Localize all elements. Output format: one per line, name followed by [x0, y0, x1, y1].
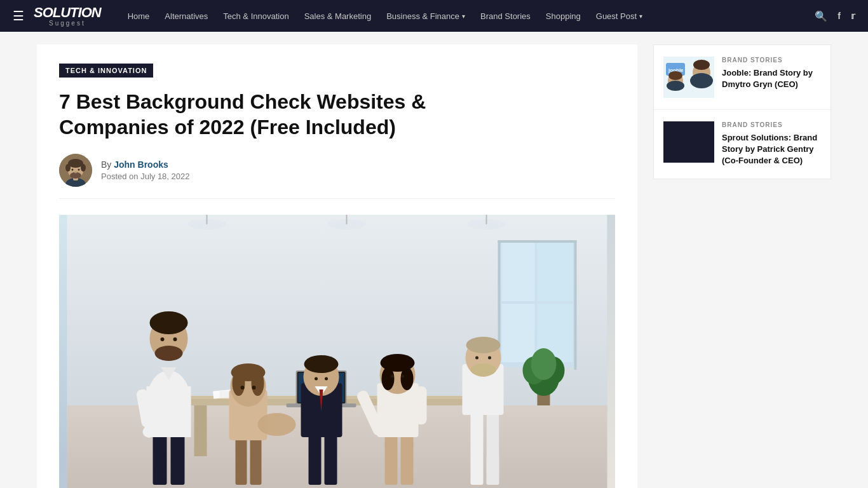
author-avatar-svg [59, 154, 92, 187]
svg-point-32 [531, 348, 557, 380]
nav-tech[interactable]: Tech & Innovation [215, 0, 296, 32]
svg-point-60 [233, 370, 245, 396]
category-badge[interactable]: TECH & INNOVATION [59, 64, 153, 78]
sidebar-category-2: BRAND STORIES [722, 121, 821, 128]
nav-sales[interactable]: Sales & Marketing [297, 0, 379, 32]
nav-alternatives[interactable]: Alternatives [157, 0, 215, 32]
svg-rect-22 [538, 243, 573, 301]
svg-point-92 [488, 356, 491, 360]
svg-point-84 [258, 413, 296, 436]
nav-home[interactable]: Home [120, 0, 158, 32]
svg-point-82 [391, 375, 394, 378]
hamburger-icon[interactable]: ☰ [13, 8, 24, 24]
svg-point-6 [81, 164, 86, 172]
svg-point-53 [173, 337, 177, 341]
svg-point-5 [65, 164, 71, 172]
nav-brand-stories[interactable]: Brand Stories [473, 0, 538, 32]
sidebar-thumb-sprout [663, 121, 714, 163]
svg-point-50 [150, 311, 188, 334]
author-info: By John Brooks Posted on July 18, 2022 [101, 159, 190, 181]
svg-point-91 [475, 356, 478, 360]
article-area: TECH & INNOVATION 7 Best Background Chec… [37, 44, 637, 488]
search-icon[interactable]: 🔍 [815, 10, 827, 22]
sidebar-item-jooble-content: BRAND STORIES Jooble: Brand Story by Dmy… [722, 57, 821, 98]
hero-image [59, 215, 615, 488]
sidebar-thumb-jooble: jooble [663, 57, 714, 98]
nav-guest-post[interactable]: Guest Post ▾ [588, 0, 650, 32]
article-title: 7 Best Background Check Websites & Compa… [59, 89, 536, 140]
svg-point-63 [252, 386, 256, 390]
svg-point-89 [466, 337, 501, 353]
svg-rect-27 [574, 240, 577, 370]
svg-rect-21 [502, 243, 535, 301]
svg-rect-34 [194, 405, 207, 456]
nav-shopping[interactable]: Shopping [538, 0, 588, 32]
hero-scene-svg [59, 215, 615, 488]
svg-point-80 [382, 367, 395, 390]
sidebar-category-1: BRAND STORIES [722, 57, 821, 64]
svg-point-95 [693, 60, 710, 70]
svg-rect-25 [498, 240, 577, 243]
main-nav: Home Alternatives Tech & Innovation Sale… [120, 0, 815, 32]
twitter-icon[interactable]: 𝕣 [851, 11, 855, 21]
svg-point-83 [401, 375, 404, 378]
svg-point-68 [304, 355, 339, 373]
svg-point-96 [690, 73, 713, 88]
sidebar-item-jooble[interactable]: jooble BRAND STORIES Jooble: Brand Story… [654, 45, 831, 110]
svg-point-90 [471, 363, 496, 376]
svg-rect-23 [502, 304, 535, 362]
author-avatar [59, 154, 92, 187]
sidebar-item-sprout[interactable]: BRAND STORIES Sprout Solutions: Brand St… [654, 110, 831, 179]
chevron-down-icon-2: ▾ [639, 13, 642, 20]
svg-rect-85 [471, 405, 484, 485]
svg-point-101 [667, 81, 684, 91]
svg-point-52 [161, 337, 165, 341]
svg-point-61 [252, 370, 264, 396]
facebook-icon[interactable]: f [837, 11, 841, 21]
header-icons: 🔍 f 𝕣 [815, 10, 855, 22]
chevron-down-icon: ▾ [462, 13, 465, 20]
sidebar-card: jooble BRAND STORIES Jooble: Brand Story… [653, 44, 831, 179]
main-container: TECH & INNOVATION 7 Best Background Chec… [27, 32, 841, 488]
author-name-link[interactable]: John Brooks [114, 159, 168, 170]
svg-point-8 [72, 169, 74, 171]
sidebar-item-title-1: Jooble: Brand Story by Dmytro Gryn (CEO) [722, 67, 821, 90]
svg-point-51 [155, 346, 183, 361]
by-line: By John Brooks [101, 159, 190, 170]
svg-rect-86 [487, 405, 499, 485]
post-date: Posted on July 18, 2022 [101, 172, 190, 181]
logo-sub: Suggest [34, 20, 101, 27]
sidebar: jooble BRAND STORIES Jooble: Brand Story… [653, 44, 831, 488]
site-header: ☰ SOLUTION Suggest Home Alternatives Tec… [0, 0, 868, 32]
svg-point-81 [401, 367, 414, 390]
svg-point-10 [74, 172, 77, 173]
site-logo[interactable]: SOLUTION Suggest [34, 6, 101, 27]
svg-point-62 [241, 386, 245, 390]
svg-point-100 [668, 71, 682, 80]
svg-point-71 [315, 377, 318, 381]
author-section: By John Brooks Posted on July 18, 2022 [59, 154, 615, 199]
svg-point-9 [78, 169, 80, 171]
nav-business[interactable]: Business & Finance ▾ [379, 0, 473, 32]
sidebar-item-sprout-content: BRAND STORIES Sprout Solutions: Brand St… [722, 121, 821, 167]
svg-rect-77 [416, 386, 427, 424]
sidebar-item-title-2: Sprout Solutions: Brand Story by Patrick… [722, 132, 821, 167]
svg-rect-102 [663, 121, 714, 163]
logo-text: SOLUTION [34, 4, 101, 20]
svg-point-72 [325, 377, 328, 381]
